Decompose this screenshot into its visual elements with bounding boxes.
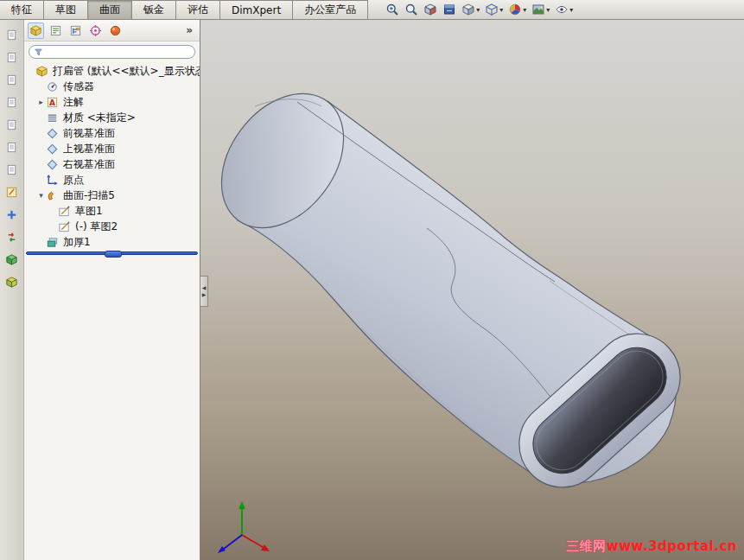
tree-expander-icon[interactable]: ▸ xyxy=(36,98,46,106)
property-manager-tab[interactable] xyxy=(48,22,64,39)
sketch-icon xyxy=(58,205,71,218)
watermark-url: www.3dportal.cn xyxy=(607,538,737,554)
hide-show-items-icon xyxy=(485,3,499,16)
rebuild-arrows-button[interactable] xyxy=(3,229,21,245)
origin-icon xyxy=(46,174,59,187)
document-button[interactable] xyxy=(3,94,21,110)
feature-manager-tab[interactable] xyxy=(28,22,44,39)
add-new-button[interactable] xyxy=(3,207,21,222)
edit-appearance-button[interactable]: ▾ xyxy=(506,1,528,19)
view-settings-button[interactable]: ▾ xyxy=(553,1,575,19)
dropdown-caret-icon[interactable]: ▾ xyxy=(499,6,503,14)
tab-dimxpert[interactable]: DimXpert xyxy=(219,0,293,19)
side-toolbar xyxy=(0,20,24,560)
tree-expander-icon[interactable]: ▾ xyxy=(36,191,46,200)
tree-item-part-root[interactable]: 打扁管 (默认<<默认>_显示状态 xyxy=(24,63,200,79)
green-cube-button[interactable] xyxy=(3,251,21,267)
tab-sketch[interactable]: 草图 xyxy=(43,0,88,19)
surface-sweep-icon xyxy=(46,189,59,202)
tree-item-origin[interactable]: 原点 xyxy=(24,172,200,188)
display-style-button[interactable]: ▾ xyxy=(460,1,481,19)
zoom-window-button[interactable] xyxy=(384,1,401,19)
yellow-cube-button[interactable] xyxy=(3,274,21,290)
tree-item-label: (-) 草图2 xyxy=(75,220,118,234)
section-view-icon xyxy=(423,3,437,16)
yellow-cube-icon xyxy=(5,276,18,289)
tree-item-surface-sweep5[interactable]: ▾曲面-扫描5 xyxy=(24,188,200,203)
tab-sheet-metal[interactable]: 钣金 xyxy=(131,0,176,19)
zoom-fit-button[interactable] xyxy=(403,1,420,19)
dimxpert-manager-tab[interactable] xyxy=(87,22,104,39)
tree-item-label: 原点 xyxy=(63,173,84,188)
document-icon xyxy=(5,141,18,154)
document-icon xyxy=(5,163,18,176)
tab-evaluate[interactable]: 评估 xyxy=(175,0,220,19)
dimxpert-manager-icon xyxy=(89,24,102,37)
tree-item-annotations[interactable]: ▸A注解 xyxy=(24,94,200,110)
tree-item-top-plane[interactable]: 上视基准面 xyxy=(24,141,200,156)
dropdown-caret-icon[interactable]: ▾ xyxy=(569,6,573,14)
tree-item-sensors[interactable]: 传感器 xyxy=(24,79,200,94)
tree-item-label: 加厚1 xyxy=(63,235,91,250)
tab-features[interactable]: 特征 xyxy=(0,0,44,19)
sketch-icon xyxy=(58,220,71,233)
display-manager-tab[interactable] xyxy=(107,22,124,39)
part-icon xyxy=(35,65,48,78)
hide-show-items-button[interactable]: ▾ xyxy=(483,1,505,19)
document-button[interactable] xyxy=(3,27,21,42)
plane-icon xyxy=(46,158,59,171)
plane-icon xyxy=(46,127,59,140)
rollback-bar[interactable] xyxy=(26,251,198,255)
tree-item-label: 材质 <未指定> xyxy=(63,111,136,125)
document-button[interactable] xyxy=(3,49,21,65)
part-model[interactable] xyxy=(200,20,744,560)
feature-manager-panel: » 打扁管 (默认<<默认>_显示状态传感器▸A注解材质 <未指定>前视基准面上… xyxy=(24,20,200,560)
configuration-manager-tab[interactable] xyxy=(67,22,84,39)
document-button[interactable] xyxy=(3,117,21,132)
tree-item-material[interactable]: 材质 <未指定> xyxy=(24,110,200,125)
tree-item-label: 曲面-扫描5 xyxy=(63,188,115,203)
add-new-icon xyxy=(5,208,18,221)
document-button[interactable] xyxy=(3,72,21,87)
tree-item-sketch1[interactable]: 草图1 xyxy=(24,203,200,219)
apply-scene-icon xyxy=(531,3,545,16)
manager-overflow-button[interactable]: » xyxy=(182,24,196,36)
dropdown-caret-icon[interactable]: ▾ xyxy=(476,6,480,14)
tree-item-right-plane[interactable]: 右视基准面 xyxy=(24,156,200,172)
section-view-button[interactable] xyxy=(422,1,439,19)
panel-splitter[interactable]: ◀ ▶ xyxy=(200,276,208,307)
edit-appearance-icon xyxy=(508,3,522,16)
view-settings-icon xyxy=(555,3,569,16)
command-tabs: 特征草图曲面钣金评估DimXpert办公室产品 xyxy=(0,0,368,19)
tree-item-label: 传感器 xyxy=(63,80,94,94)
tree-item-label: 打扁管 (默认<<默认>_显示状态 xyxy=(53,64,200,79)
svg-text:A: A xyxy=(49,98,55,106)
tree-item-sketch2[interactable]: (-) 草图2 xyxy=(24,219,200,234)
expand-right-icon: ▶ xyxy=(202,291,207,298)
tree-item-label: 前视基准面 xyxy=(63,126,115,141)
document-button[interactable] xyxy=(3,139,21,155)
green-cube-icon xyxy=(5,253,18,266)
feature-filter-input[interactable] xyxy=(46,47,190,58)
origin-triad xyxy=(218,501,270,553)
document-icon xyxy=(5,29,18,41)
document-button[interactable] xyxy=(3,162,21,177)
pencil-edit-button[interactable] xyxy=(3,184,21,200)
property-manager-icon xyxy=(49,24,62,37)
dropdown-caret-icon[interactable]: ▾ xyxy=(523,6,526,14)
tree-item-front-plane[interactable]: 前视基准面 xyxy=(24,125,200,141)
graphics-area[interactable]: ◀ ▶ 三维网www.3dportal.cn xyxy=(200,20,744,560)
apply-scene-button[interactable]: ▾ xyxy=(530,1,551,19)
tree-item-thicken1[interactable]: 加厚1 xyxy=(24,234,200,250)
sensor-icon xyxy=(46,80,59,93)
feature-filter-box[interactable] xyxy=(29,45,195,59)
view-orientation-button[interactable] xyxy=(441,1,458,19)
view-orientation-icon xyxy=(442,3,456,16)
tab-office-products[interactable]: 办公室产品 xyxy=(292,0,368,19)
thicken-icon xyxy=(46,236,59,249)
tab-surfaces[interactable]: 曲面 xyxy=(87,0,132,19)
zoom-window-icon xyxy=(385,3,399,16)
tree-item-label: 上视基准面 xyxy=(63,142,115,156)
zoom-fit-icon xyxy=(404,3,418,16)
dropdown-caret-icon[interactable]: ▾ xyxy=(546,6,550,14)
